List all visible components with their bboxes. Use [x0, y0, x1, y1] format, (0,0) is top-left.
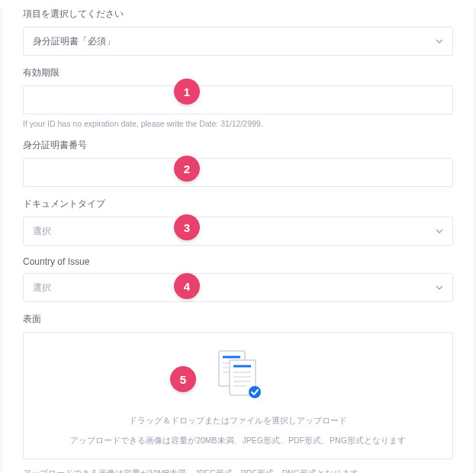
- chevron-down-icon: [436, 285, 443, 290]
- expiry-hint: If your ID has no expiration date, pleas…: [23, 119, 453, 128]
- page-hint: アップロードできる画像は容量が10MB未満、JPEG形式、PDF形式、PNG形式…: [23, 468, 453, 473]
- country-select[interactable]: 選択: [23, 273, 453, 302]
- primary-select-value: 身分証明書「必須」: [33, 35, 115, 48]
- chevron-down-icon: [436, 39, 443, 43]
- idnumber-region: 身分証明書番号 2: [23, 139, 453, 187]
- expiry-input[interactable]: [23, 85, 453, 114]
- annotation-5: 5: [170, 366, 196, 392]
- instruction-label: 項目を選択してください: [23, 8, 453, 21]
- country-region: Country of Issue 選択 4: [23, 256, 453, 302]
- dropzone-text-2: アップロードできる画像は容量が20MB未満、JPEG形式、PDF形式、PNG形式…: [33, 436, 443, 446]
- doctype-region: ドキュメントタイプ 選択 3: [23, 198, 453, 246]
- dropzone-text-1: ドラッグ＆ドロップまたはファイルを選択しアップロード: [33, 415, 443, 426]
- country-label: Country of Issue: [23, 256, 453, 267]
- doctype-value: 選択: [33, 225, 51, 238]
- form-page: 項目を選択してください 身分証明書「必須」 有効期限 If your ID ha…: [0, 8, 476, 473]
- doctype-select[interactable]: 選択: [23, 217, 453, 246]
- doctype-label: ドキュメントタイプ: [23, 198, 453, 211]
- idnumber-label: 身分証明書番号: [23, 139, 453, 152]
- expiry-label: 有効期限: [23, 66, 453, 79]
- country-value: 選択: [33, 282, 51, 294]
- upload-dropzone[interactable]: ドラッグ＆ドロップまたはファイルを選択しアップロード アップロードできる画像は容…: [23, 332, 453, 459]
- chevron-down-icon: [436, 229, 443, 233]
- idnumber-input[interactable]: [23, 158, 453, 187]
- surface-region: 表面: [23, 313, 453, 459]
- svg-point-11: [249, 386, 261, 398]
- documents-icon: [211, 348, 265, 401]
- surface-label: 表面: [23, 313, 453, 326]
- expiry-region: 有効期限 If your ID has no expiration date, …: [23, 66, 453, 128]
- primary-select[interactable]: 身分証明書「必須」: [23, 27, 453, 56]
